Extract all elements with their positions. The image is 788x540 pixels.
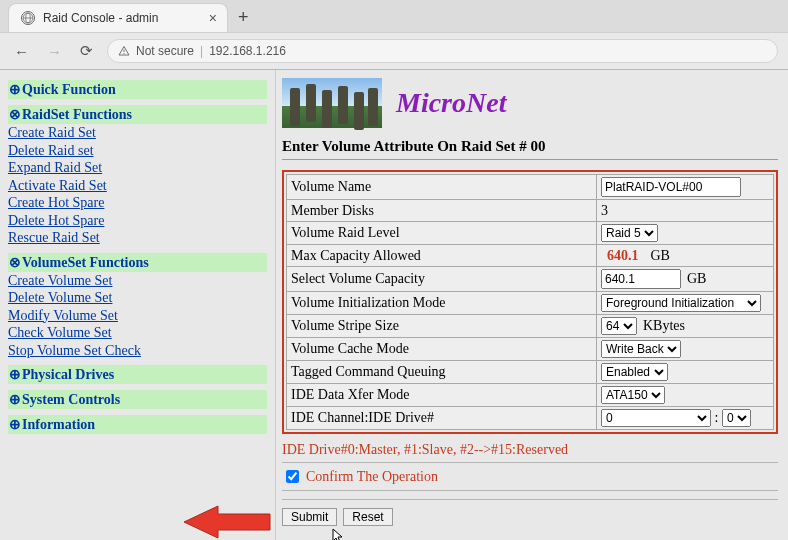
collapse-icon: ⊗ — [8, 106, 22, 123]
tab-strip: Raid Console - admin × + — [0, 0, 788, 32]
svg-point-4 — [123, 53, 124, 54]
cursor-icon — [332, 528, 346, 540]
sidebar-section-head[interactable]: ⊕Physical Drives — [8, 365, 267, 384]
tcq-select[interactable]: Enabled — [601, 363, 668, 381]
select-capacity-input[interactable] — [601, 269, 681, 289]
sidebar-link[interactable]: Expand Raid Set — [8, 159, 267, 177]
unit-select-capacity: GB — [681, 271, 706, 286]
arrow-icon — [182, 502, 272, 540]
browser-chrome: Raid Console - admin × + ← → ⟳ Not secur… — [0, 0, 788, 70]
browser-tab[interactable]: Raid Console - admin × — [8, 3, 228, 32]
label-stripe: Volume Stripe Size — [287, 315, 597, 338]
value-member-disks: 3 — [597, 200, 774, 222]
sidebar-link[interactable]: Create Volume Set — [8, 272, 267, 290]
label-volume-name: Volume Name — [287, 175, 597, 200]
not-secure-label: Not secure — [136, 44, 194, 58]
raid-level-select[interactable]: Raid 5 — [601, 224, 658, 242]
sidebar-section-head[interactable]: ⊕Information — [8, 415, 267, 434]
page-title: Enter Volume Attribute On Raid Set # 00 — [282, 138, 778, 160]
ide-note: IDE Drive#0:Master, #1:Slave, #2-->#15:R… — [282, 442, 778, 458]
sidebar-link[interactable]: Create Hot Spare — [8, 194, 267, 212]
globe-icon — [21, 11, 35, 25]
not-secure-icon — [118, 45, 130, 57]
address-field[interactable]: Not secure | 192.168.1.216 — [107, 39, 778, 63]
value-max-capacity: 640.1 — [601, 248, 645, 263]
volume-attr-table: Volume Name Member Disks 3 Volume Raid L… — [286, 174, 774, 430]
forward-button[interactable]: → — [43, 41, 66, 62]
tab-title: Raid Console - admin — [43, 11, 158, 25]
confirm-label: Confirm The Operation — [306, 469, 438, 485]
expand-icon: ⊕ — [8, 366, 22, 383]
new-tab-button[interactable]: + — [232, 7, 255, 32]
reload-button[interactable]: ⟳ — [76, 40, 97, 62]
label-cache: Volume Cache Mode — [287, 338, 597, 361]
sidebar-link[interactable]: Create Raid Set — [8, 124, 267, 142]
init-mode-select[interactable]: Foreground Initialization — [601, 294, 761, 312]
reset-button[interactable]: Reset — [343, 508, 392, 526]
sidebar-link[interactable]: Delete Volume Set — [8, 289, 267, 307]
divider — [282, 499, 778, 500]
main-content: MicroNet Enter Volume Attribute On Raid … — [275, 70, 788, 540]
sidebar-section-title: System Controls — [22, 392, 120, 407]
back-button[interactable]: ← — [10, 41, 33, 62]
expand-icon: ⊕ — [8, 416, 22, 433]
sidebar-section-head[interactable]: ⊗RaidSet Functions — [8, 105, 267, 124]
sidebar-link[interactable]: Stop Volume Set Check — [8, 342, 267, 360]
sidebar: ⊕Quick Function⊗RaidSet FunctionsCreate … — [0, 70, 275, 540]
row-select-capacity: Select Volume Capacity GB — [287, 267, 774, 292]
sidebar-link[interactable]: Rescue Raid Set — [8, 229, 267, 247]
row-channel: IDE Channel:IDE Drive# 0 : 0 — [287, 407, 774, 430]
row-xfer: IDE Data Xfer Mode ATA150 — [287, 384, 774, 407]
sidebar-section-title: Quick Function — [22, 82, 116, 97]
row-raid-level: Volume Raid Level Raid 5 — [287, 222, 774, 245]
close-icon[interactable]: × — [209, 10, 217, 26]
row-max-capacity: Max Capacity Allowed 640.1GB — [287, 245, 774, 267]
channel-select[interactable]: 0 — [601, 409, 711, 427]
sidebar-link[interactable]: Delete Hot Spare — [8, 212, 267, 230]
label-tcq: Tagged Command Queuing — [287, 361, 597, 384]
row-init-mode: Volume Initialization Mode Foreground In… — [287, 292, 774, 315]
channel-sep: : — [715, 410, 719, 425]
submit-button[interactable]: Submit — [282, 508, 337, 526]
cache-select[interactable]: Write Back — [601, 340, 681, 358]
confirm-row: Confirm The Operation — [282, 462, 778, 491]
url-text: 192.168.1.216 — [209, 44, 286, 58]
brand-image — [282, 78, 382, 128]
stripe-select[interactable]: 64 — [601, 317, 637, 335]
label-max-capacity: Max Capacity Allowed — [287, 245, 597, 267]
expand-icon: ⊕ — [8, 81, 22, 98]
svg-marker-5 — [184, 506, 270, 538]
collapse-icon: ⊗ — [8, 254, 22, 271]
form-box: Volume Name Member Disks 3 Volume Raid L… — [282, 170, 778, 434]
address-bar: ← → ⟳ Not secure | 192.168.1.216 — [0, 32, 788, 69]
sidebar-link[interactable]: Check Volume Set — [8, 324, 267, 342]
sidebar-link[interactable]: Delete Raid set — [8, 142, 267, 160]
label-select-capacity: Select Volume Capacity — [287, 267, 597, 292]
row-stripe: Volume Stripe Size 64KBytes — [287, 315, 774, 338]
sidebar-section-title: VolumeSet Functions — [22, 255, 149, 270]
label-raid-level: Volume Raid Level — [287, 222, 597, 245]
volume-name-input[interactable] — [601, 177, 741, 197]
sidebar-section-head[interactable]: ⊕System Controls — [8, 390, 267, 409]
label-channel: IDE Channel:IDE Drive# — [287, 407, 597, 430]
separator: | — [200, 44, 203, 58]
confirm-checkbox[interactable] — [286, 470, 299, 483]
app-body: ⊕Quick Function⊗RaidSet FunctionsCreate … — [0, 70, 788, 540]
drive-select[interactable]: 0 — [722, 409, 751, 427]
row-volume-name: Volume Name — [287, 175, 774, 200]
sidebar-section-title: Physical Drives — [22, 367, 114, 382]
label-member-disks: Member Disks — [287, 200, 597, 222]
brand-header: MicroNet — [282, 78, 778, 128]
sidebar-section-title: RaidSet Functions — [22, 107, 132, 122]
row-tcq: Tagged Command Queuing Enabled — [287, 361, 774, 384]
sidebar-section-head[interactable]: ⊗VolumeSet Functions — [8, 253, 267, 272]
row-member-disks: Member Disks 3 — [287, 200, 774, 222]
unit-max-capacity: GB — [645, 248, 670, 263]
sidebar-section-head[interactable]: ⊕Quick Function — [8, 80, 267, 99]
sidebar-link[interactable]: Activate Raid Set — [8, 177, 267, 195]
sidebar-section-title: Information — [22, 417, 95, 432]
xfer-select[interactable]: ATA150 — [601, 386, 665, 404]
label-xfer: IDE Data Xfer Mode — [287, 384, 597, 407]
sidebar-link[interactable]: Modify Volume Set — [8, 307, 267, 325]
label-init-mode: Volume Initialization Mode — [287, 292, 597, 315]
